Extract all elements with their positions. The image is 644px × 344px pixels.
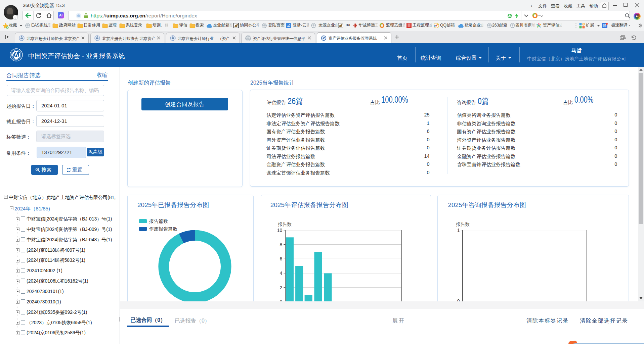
- svg-text:10: 10: [277, 228, 282, 233]
- svg-text:报告数: 报告数: [456, 222, 470, 227]
- svg-text:报告数: 报告数: [277, 222, 292, 227]
- svg-text:8: 8: [280, 242, 282, 247]
- svg-text:Q: Q: [89, 150, 91, 153]
- svg-text:译: 译: [603, 24, 606, 28]
- svg-text:4: 4: [280, 271, 282, 276]
- svg-text:2: 2: [280, 285, 282, 290]
- svg-text:0: 0: [457, 298, 460, 301]
- svg-text:1: 1: [457, 228, 460, 233]
- svg-text:6: 6: [280, 256, 282, 261]
